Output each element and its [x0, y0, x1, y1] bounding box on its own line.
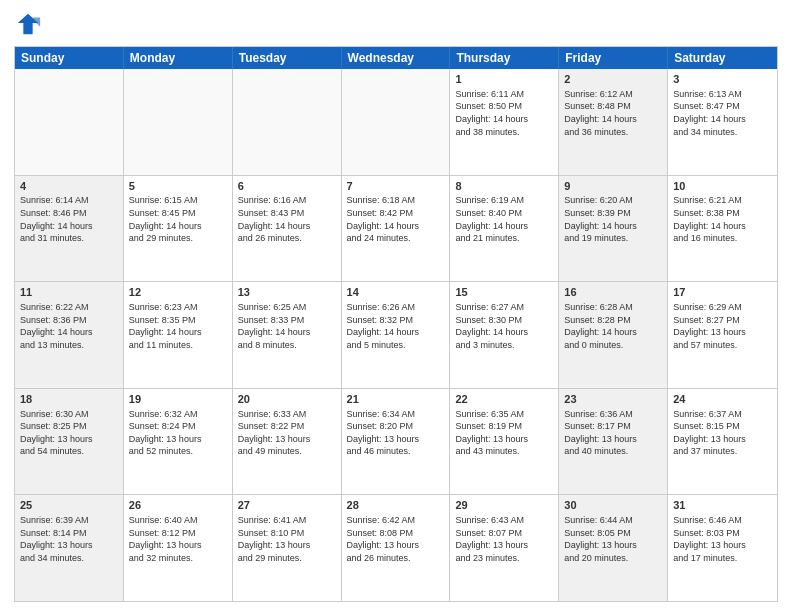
cell-info: Sunrise: 6:44 AM Sunset: 8:05 PM Dayligh…	[564, 514, 662, 564]
cell-info: Sunrise: 6:27 AM Sunset: 8:30 PM Dayligh…	[455, 301, 553, 351]
page: SundayMondayTuesdayWednesdayThursdayFrid…	[0, 0, 792, 612]
calendar-header: SundayMondayTuesdayWednesdayThursdayFrid…	[15, 47, 777, 69]
day-number: 17	[673, 285, 772, 300]
day-number: 24	[673, 392, 772, 407]
cell-info: Sunrise: 6:13 AM Sunset: 8:47 PM Dayligh…	[673, 88, 772, 138]
cell-info: Sunrise: 6:32 AM Sunset: 8:24 PM Dayligh…	[129, 408, 227, 458]
day-number: 18	[20, 392, 118, 407]
cell-info: Sunrise: 6:11 AM Sunset: 8:50 PM Dayligh…	[455, 88, 553, 138]
weekday-header: Monday	[124, 47, 233, 69]
cell-info: Sunrise: 6:26 AM Sunset: 8:32 PM Dayligh…	[347, 301, 445, 351]
day-number: 9	[564, 179, 662, 194]
calendar-cell	[342, 69, 451, 175]
cell-info: Sunrise: 6:36 AM Sunset: 8:17 PM Dayligh…	[564, 408, 662, 458]
day-number: 7	[347, 179, 445, 194]
cell-info: Sunrise: 6:41 AM Sunset: 8:10 PM Dayligh…	[238, 514, 336, 564]
calendar-cell: 4Sunrise: 6:14 AM Sunset: 8:46 PM Daylig…	[15, 176, 124, 282]
day-number: 25	[20, 498, 118, 513]
cell-info: Sunrise: 6:33 AM Sunset: 8:22 PM Dayligh…	[238, 408, 336, 458]
day-number: 23	[564, 392, 662, 407]
day-number: 19	[129, 392, 227, 407]
calendar-cell: 22Sunrise: 6:35 AM Sunset: 8:19 PM Dayli…	[450, 389, 559, 495]
cell-info: Sunrise: 6:35 AM Sunset: 8:19 PM Dayligh…	[455, 408, 553, 458]
day-number: 10	[673, 179, 772, 194]
cell-info: Sunrise: 6:15 AM Sunset: 8:45 PM Dayligh…	[129, 194, 227, 244]
calendar-cell: 29Sunrise: 6:43 AM Sunset: 8:07 PM Dayli…	[450, 495, 559, 601]
cell-info: Sunrise: 6:23 AM Sunset: 8:35 PM Dayligh…	[129, 301, 227, 351]
calendar-week-row: 25Sunrise: 6:39 AM Sunset: 8:14 PM Dayli…	[15, 495, 777, 601]
calendar-cell	[233, 69, 342, 175]
calendar-cell: 9Sunrise: 6:20 AM Sunset: 8:39 PM Daylig…	[559, 176, 668, 282]
day-number: 16	[564, 285, 662, 300]
day-number: 15	[455, 285, 553, 300]
calendar-cell: 23Sunrise: 6:36 AM Sunset: 8:17 PM Dayli…	[559, 389, 668, 495]
calendar-cell: 1Sunrise: 6:11 AM Sunset: 8:50 PM Daylig…	[450, 69, 559, 175]
cell-info: Sunrise: 6:28 AM Sunset: 8:28 PM Dayligh…	[564, 301, 662, 351]
day-number: 12	[129, 285, 227, 300]
calendar-cell: 20Sunrise: 6:33 AM Sunset: 8:22 PM Dayli…	[233, 389, 342, 495]
cell-info: Sunrise: 6:42 AM Sunset: 8:08 PM Dayligh…	[347, 514, 445, 564]
calendar-cell: 24Sunrise: 6:37 AM Sunset: 8:15 PM Dayli…	[668, 389, 777, 495]
day-number: 30	[564, 498, 662, 513]
calendar-cell: 8Sunrise: 6:19 AM Sunset: 8:40 PM Daylig…	[450, 176, 559, 282]
calendar-body: 1Sunrise: 6:11 AM Sunset: 8:50 PM Daylig…	[15, 69, 777, 601]
cell-info: Sunrise: 6:43 AM Sunset: 8:07 PM Dayligh…	[455, 514, 553, 564]
calendar-cell: 17Sunrise: 6:29 AM Sunset: 8:27 PM Dayli…	[668, 282, 777, 388]
cell-info: Sunrise: 6:18 AM Sunset: 8:42 PM Dayligh…	[347, 194, 445, 244]
day-number: 29	[455, 498, 553, 513]
cell-info: Sunrise: 6:14 AM Sunset: 8:46 PM Dayligh…	[20, 194, 118, 244]
calendar-cell: 12Sunrise: 6:23 AM Sunset: 8:35 PM Dayli…	[124, 282, 233, 388]
day-number: 3	[673, 72, 772, 87]
weekday-header: Sunday	[15, 47, 124, 69]
cell-info: Sunrise: 6:40 AM Sunset: 8:12 PM Dayligh…	[129, 514, 227, 564]
day-number: 28	[347, 498, 445, 513]
cell-info: Sunrise: 6:20 AM Sunset: 8:39 PM Dayligh…	[564, 194, 662, 244]
calendar-cell: 5Sunrise: 6:15 AM Sunset: 8:45 PM Daylig…	[124, 176, 233, 282]
weekday-header: Tuesday	[233, 47, 342, 69]
calendar-cell: 25Sunrise: 6:39 AM Sunset: 8:14 PM Dayli…	[15, 495, 124, 601]
cell-info: Sunrise: 6:46 AM Sunset: 8:03 PM Dayligh…	[673, 514, 772, 564]
calendar: SundayMondayTuesdayWednesdayThursdayFrid…	[14, 46, 778, 602]
calendar-week-row: 4Sunrise: 6:14 AM Sunset: 8:46 PM Daylig…	[15, 176, 777, 283]
calendar-cell: 15Sunrise: 6:27 AM Sunset: 8:30 PM Dayli…	[450, 282, 559, 388]
weekday-header: Thursday	[450, 47, 559, 69]
calendar-week-row: 18Sunrise: 6:30 AM Sunset: 8:25 PM Dayli…	[15, 389, 777, 496]
calendar-week-row: 1Sunrise: 6:11 AM Sunset: 8:50 PM Daylig…	[15, 69, 777, 176]
cell-info: Sunrise: 6:29 AM Sunset: 8:27 PM Dayligh…	[673, 301, 772, 351]
calendar-cell: 7Sunrise: 6:18 AM Sunset: 8:42 PM Daylig…	[342, 176, 451, 282]
calendar-cell: 19Sunrise: 6:32 AM Sunset: 8:24 PM Dayli…	[124, 389, 233, 495]
day-number: 27	[238, 498, 336, 513]
day-number: 20	[238, 392, 336, 407]
calendar-cell: 30Sunrise: 6:44 AM Sunset: 8:05 PM Dayli…	[559, 495, 668, 601]
cell-info: Sunrise: 6:16 AM Sunset: 8:43 PM Dayligh…	[238, 194, 336, 244]
day-number: 14	[347, 285, 445, 300]
cell-info: Sunrise: 6:22 AM Sunset: 8:36 PM Dayligh…	[20, 301, 118, 351]
day-number: 21	[347, 392, 445, 407]
calendar-cell: 2Sunrise: 6:12 AM Sunset: 8:48 PM Daylig…	[559, 69, 668, 175]
cell-info: Sunrise: 6:30 AM Sunset: 8:25 PM Dayligh…	[20, 408, 118, 458]
calendar-cell: 10Sunrise: 6:21 AM Sunset: 8:38 PM Dayli…	[668, 176, 777, 282]
day-number: 22	[455, 392, 553, 407]
calendar-cell: 26Sunrise: 6:40 AM Sunset: 8:12 PM Dayli…	[124, 495, 233, 601]
day-number: 1	[455, 72, 553, 87]
calendar-cell: 6Sunrise: 6:16 AM Sunset: 8:43 PM Daylig…	[233, 176, 342, 282]
calendar-cell: 13Sunrise: 6:25 AM Sunset: 8:33 PM Dayli…	[233, 282, 342, 388]
calendar-cell: 18Sunrise: 6:30 AM Sunset: 8:25 PM Dayli…	[15, 389, 124, 495]
cell-info: Sunrise: 6:34 AM Sunset: 8:20 PM Dayligh…	[347, 408, 445, 458]
weekday-header: Wednesday	[342, 47, 451, 69]
calendar-cell: 11Sunrise: 6:22 AM Sunset: 8:36 PM Dayli…	[15, 282, 124, 388]
calendar-cell: 21Sunrise: 6:34 AM Sunset: 8:20 PM Dayli…	[342, 389, 451, 495]
day-number: 31	[673, 498, 772, 513]
day-number: 8	[455, 179, 553, 194]
logo-icon	[14, 10, 42, 38]
calendar-cell: 3Sunrise: 6:13 AM Sunset: 8:47 PM Daylig…	[668, 69, 777, 175]
calendar-week-row: 11Sunrise: 6:22 AM Sunset: 8:36 PM Dayli…	[15, 282, 777, 389]
weekday-header: Friday	[559, 47, 668, 69]
calendar-cell: 28Sunrise: 6:42 AM Sunset: 8:08 PM Dayli…	[342, 495, 451, 601]
calendar-cell: 31Sunrise: 6:46 AM Sunset: 8:03 PM Dayli…	[668, 495, 777, 601]
logo	[14, 10, 46, 38]
cell-info: Sunrise: 6:25 AM Sunset: 8:33 PM Dayligh…	[238, 301, 336, 351]
cell-info: Sunrise: 6:39 AM Sunset: 8:14 PM Dayligh…	[20, 514, 118, 564]
day-number: 6	[238, 179, 336, 194]
cell-info: Sunrise: 6:19 AM Sunset: 8:40 PM Dayligh…	[455, 194, 553, 244]
